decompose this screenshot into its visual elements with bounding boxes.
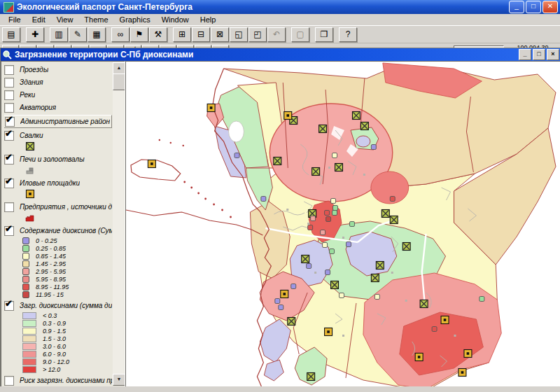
save-project-button[interactable]: ▤ [2,27,20,42]
zoom-selected-button[interactable]: ⊠ [211,27,229,42]
theme-properties-button[interactable]: ▥ [50,27,68,42]
zoom-in-fixed-button[interactable]: ◱ [230,27,248,42]
layer-adm-rayony-checkbox[interactable]: ✔ [5,117,15,127]
dioxin-point-marker [326,270,330,275]
legend-layer-risk-zagryazn-dioksinami: Риск загрязн. диоксинами пре123 [4,375,112,386]
layer-row-pechi-i-zolootvaly[interactable]: ✔Печи и золоотвалы [4,154,112,164]
class-label: 2.95 - 5.95 [36,268,66,275]
layer-risk-zagryazn-dioksinami-checkbox[interactable] [4,376,14,386]
layer-label: Здания [20,78,43,86]
layer-row-ilovye-ploshchadki[interactable]: ✔Иловые площадки [4,178,112,188]
map-canvas[interactable] [126,62,560,386]
layout-button[interactable]: ❐ [315,27,333,42]
layer-row-risk-zagryazn-dioksinami[interactable]: Риск загрязн. диоксинами пре [4,375,112,386]
layer-row-zagr-dioksinami[interactable]: ✔Загр. диоксинами (сумма дио [4,300,112,311]
layer-label: Административные районы [20,118,110,125]
locate-address-button[interactable]: ⚑ [130,27,148,42]
layer-row-predpriyatiya[interactable]: Предприятия , источники дис [4,202,112,212]
layer-row-adm-rayony[interactable]: ✔Административные районы [4,115,112,128]
app-maximize-button[interactable]: □ [526,1,541,13]
dioxin-point-marker [333,206,338,211]
layer-predpriyatiya-checkbox[interactable] [4,202,14,212]
zoom-full-extent-button[interactable]: ⊞ [173,27,191,42]
landfill-marker [319,125,327,133]
checkmark-icon: ✔ [5,298,13,309]
layer-label: Проезды [20,66,48,74]
menu-help[interactable]: Help [195,15,222,24]
menu-edit[interactable]: Edit [27,15,51,24]
symbol-row [25,141,112,152]
landfill-marker [371,274,379,282]
landfill-marker [335,164,343,172]
legend-scrollbar[interactable]: ▲ ▼ [113,62,124,386]
doc-close-button[interactable]: × [547,49,559,60]
layer-ilovye-ploshchadki-checkbox[interactable]: ✔ [4,178,14,188]
scroll-up-icon[interactable]: ▲ [113,62,125,74]
layer-label: Акватория [20,104,56,111]
area-class-swatch [22,335,36,342]
legend-layer-predpriyatiya: Предприятия , источники дис [4,202,112,223]
select-features-button[interactable]: ▢ [291,27,309,42]
area-class-swatch [22,366,36,373]
layer-row-svalki[interactable]: ✔Свалки [4,130,112,141]
zoom-previous-button[interactable]: ↶ [267,27,286,42]
scroll-down-icon[interactable]: ▼ [113,374,125,386]
scrollbar-thumb[interactable] [113,74,125,90]
menu-file[interactable]: File [3,15,27,24]
zoom-in-fixed-icon: ◱ [234,30,242,38]
checkmark-icon: ✔ [5,176,13,186]
sludge-site-marker [284,112,292,120]
point-class-swatch [22,276,29,283]
sludge-site-marker [207,104,215,112]
add-theme-icon: ✚ [31,30,38,38]
menu-theme[interactable]: Theme [78,15,113,24]
class-label: 0.85 - 1.45 [36,253,66,260]
layer-akvatoriya-checkbox[interactable] [4,103,14,113]
zoom-out-fixed-button[interactable]: ◰ [248,27,267,42]
add-theme-button[interactable]: ✚ [26,27,44,42]
open-theme-table-button[interactable]: ▦ [88,27,106,42]
class-row: 0 - 0.25 [22,237,112,244]
class-label: 3.0 - 6.0 [43,343,66,350]
menu-view[interactable]: View [51,15,79,24]
class-row: 0.25 - 0.85 [22,244,112,252]
locate-address-icon: ⚑ [136,30,144,38]
layer-row-reki[interactable]: Реки [4,90,112,100]
layer-reki-checkbox[interactable] [4,90,14,100]
layer-zagr-dioksinami-checkbox[interactable]: ✔ [4,301,14,311]
help-pointer-button[interactable]: ? [339,27,357,42]
menu-window[interactable]: Window [156,15,195,24]
sludge-site-marker [464,350,472,358]
layer-soderzhanie-dioksinov-checkbox[interactable]: ✔ [4,226,14,236]
layer-row-zdaniya[interactable]: Здания [4,77,112,88]
find-button[interactable]: ∞ [111,27,130,42]
sludge-site-marker [27,190,34,198]
point-class-swatch [22,245,29,252]
landfill-marker [331,281,339,289]
layer-row-soderzhanie-dioksinov[interactable]: ✔Содержание диоксинов (Сумм [4,225,112,236]
menubar: FileEditViewThemeGraphicsWindowHelp [0,14,560,26]
query-builder-button[interactable]: ⚒ [149,27,167,42]
layer-row-proezdy[interactable]: Проезды [4,64,112,75]
checkmark-icon: ✔ [6,114,13,125]
doc-maximize-button[interactable]: □ [533,49,545,60]
map-document-window: Загрязнение территории С-Пб диоксинами _… [0,48,560,388]
layer-svalki-checkbox[interactable]: ✔ [4,131,14,141]
layer-row-akvatoriya[interactable]: Акватория [4,102,112,113]
layer-pechi-i-zolootvaly-checkbox[interactable]: ✔ [4,155,14,164]
layout-icon: ❐ [321,30,328,38]
sludge-site-marker [441,316,449,324]
layer-proezdy-checkbox[interactable] [4,65,14,75]
app-minimize-button[interactable]: _ [509,1,524,13]
doc-minimize-button[interactable]: _ [519,49,531,60]
zoom-full-extent-icon: ⊞ [178,30,186,38]
class-row: 0.85 - 1.45 [22,252,112,260]
app-close-button[interactable]: ✕ [542,1,558,13]
landfill-marker [288,318,295,326]
zoom-active-theme-button[interactable]: ⊟ [192,27,210,42]
layer-zdaniya-checkbox[interactable] [4,78,14,88]
menu-graphics[interactable]: Graphics [114,15,156,24]
edit-legend-button[interactable]: ✎ [69,27,87,42]
area-class-swatch [22,351,36,358]
workspace-bottom-strip [0,386,560,392]
